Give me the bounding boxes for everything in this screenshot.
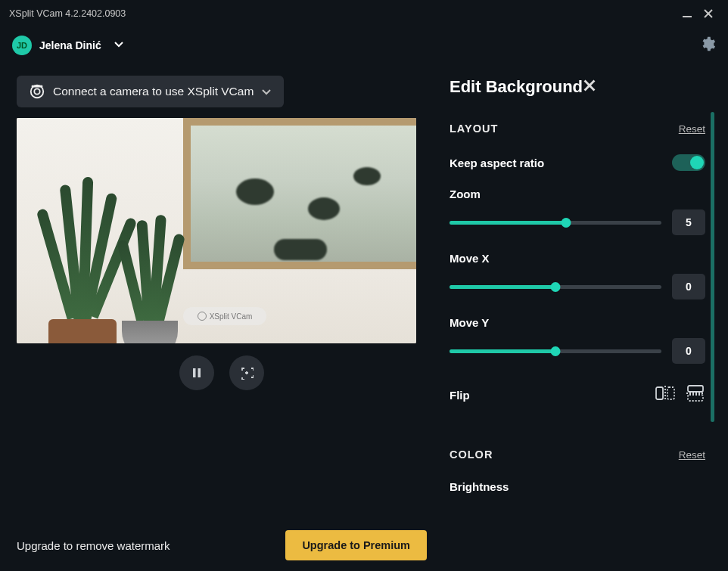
chevron-down-icon [261,86,272,97]
svg-rect-6 [193,368,196,377]
section-label-layout: LAYOUT [450,123,498,135]
zoom-slider[interactable] [450,215,661,230]
pause-button[interactable] [179,355,214,390]
svg-rect-7 [198,368,201,377]
scrollbar-thumb[interactable] [711,112,714,422]
watermark-icon [198,312,207,321]
movey-slider[interactable] [450,343,661,358]
avatar-initials: JD [17,41,27,50]
connect-camera-label: Connect a camera to use XSplit VCam [53,85,254,98]
user-name[interactable]: Jelena Dinić [39,39,101,51]
titlebar: XSplit VCam 4.2.2402.0903 [0,0,728,27]
panel-close-button[interactable] [583,79,596,95]
flip-vertical-button[interactable] [686,385,705,405]
reset-layout-link[interactable]: Reset [679,123,705,135]
upgrade-bar: Upgrade to remove watermark Upgrade to P… [17,527,427,560]
connect-camera-button[interactable]: Connect a camera to use XSplit VCam [17,76,284,107]
svg-rect-14 [688,395,703,401]
movex-slider[interactable] [450,279,661,294]
svg-point-4 [34,88,39,94]
user-menu-chevron-icon[interactable] [114,39,124,52]
section-label-color: COLOR [450,448,493,461]
minimize-button[interactable] [677,3,698,24]
movex-label: Move X [450,252,705,265]
preview-pane: Connect a camera to use XSplit VCam [0,64,436,571]
preview-controls [17,355,427,390]
settings-button[interactable] [699,36,716,55]
flip-horizontal-button[interactable] [655,385,675,405]
app-window: XSplit VCam 4.2.2402.0903 JD Jelena Dini… [0,0,728,571]
brightness-label: Brightness [450,480,705,493]
keep-aspect-label: Keep aspect ratio [450,157,664,169]
video-preview: XSplit VCam [17,118,416,343]
zoom-label: Zoom [450,188,705,200]
preview-watermark: XSplit VCam [183,307,266,325]
close-button[interactable] [698,3,719,24]
movey-label: Move Y [450,316,705,329]
user-avatar[interactable]: JD [12,36,32,55]
panel-title: Edit Background [450,77,583,97]
zoom-value[interactable]: 5 [672,209,705,235]
svg-rect-10 [656,387,663,399]
svg-rect-5 [32,85,43,88]
edit-background-panel: Edit Background LAYOUT Reset Keep aspect… [436,64,728,571]
window-title: XSplit VCam 4.2.2402.0903 [9,8,126,19]
upgrade-button-label: Upgrade to Premium [302,539,410,551]
movey-value[interactable]: 0 [672,338,705,364]
snapshot-button[interactable] [229,355,264,390]
svg-rect-13 [688,386,703,392]
upgrade-text: Upgrade to remove watermark [17,539,170,552]
movex-value[interactable]: 0 [672,274,705,299]
watermark-text: XSplit VCam [210,312,253,321]
svg-rect-11 [667,387,674,399]
upgrade-button[interactable]: Upgrade to Premium [285,530,427,560]
flip-label: Flip [450,389,648,402]
user-bar: JD Jelena Dinić [0,27,728,64]
keep-aspect-toggle[interactable] [672,154,705,171]
reset-color-link[interactable]: Reset [679,449,705,461]
panel-scroll[interactable]: LAYOUT Reset Keep aspect ratio Zoom 5 Mo… [450,112,714,571]
preview-painting [183,118,416,269]
camera-icon [29,83,45,100]
